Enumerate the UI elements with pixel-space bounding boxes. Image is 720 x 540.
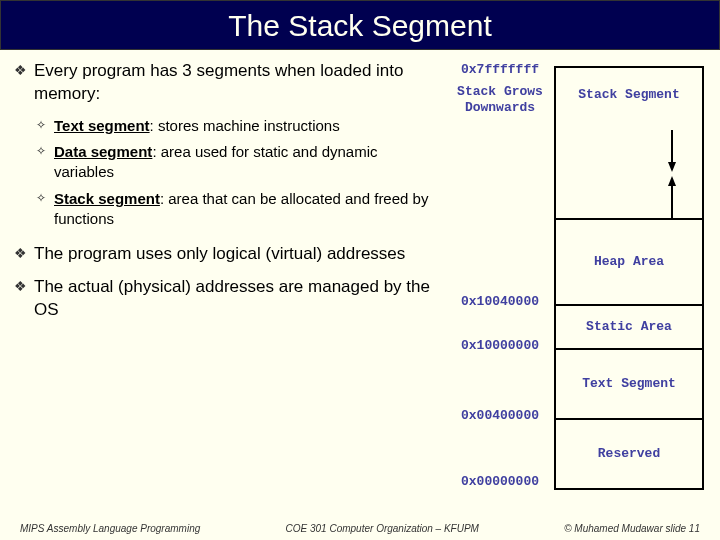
- slide-title: The Stack Segment: [0, 0, 720, 50]
- addr-static-top: 0x10000000: [448, 338, 552, 353]
- bullet-physical-addr: The actual (physical) addresses are mana…: [14, 276, 438, 322]
- content-area: Every program has 3 segments when loaded…: [0, 50, 720, 332]
- bullet-stack-segment: Stack segment: area that can be allocate…: [36, 189, 438, 230]
- label-text-segment: Text segment: [54, 117, 150, 134]
- seg-heap: Heap Area: [556, 218, 702, 304]
- label-stack-segment: Stack segment: [54, 190, 160, 207]
- slide-footer: MIPS Assembly Language Programming COE 3…: [0, 523, 720, 534]
- label-data-segment: Data segment: [54, 143, 152, 160]
- footer-center: COE 301 Computer Organization – KFUPM: [286, 523, 479, 534]
- bullet-data-segment: Data segment: area used for static and d…: [36, 142, 438, 183]
- seg-static: Static Area: [556, 304, 702, 348]
- seg-text: Text Segment: [556, 348, 702, 418]
- text-column: Every program has 3 segments when loaded…: [14, 60, 438, 332]
- footer-left: MIPS Assembly Language Programming: [20, 523, 200, 534]
- seg-reserved: Reserved: [556, 418, 702, 488]
- addr-top: 0x7fffffff: [448, 62, 552, 77]
- bullet-logical-addr: The program uses only logical (virtual) …: [14, 243, 438, 266]
- bullet-segments-intro: Every program has 3 segments when loaded…: [14, 60, 438, 106]
- addr-text-top: 0x00400000: [448, 408, 552, 423]
- stack-grows-label: Stack Grows Downwards: [448, 84, 552, 115]
- memory-diagram: 0x7fffffff Stack Grows Downwards 0x10040…: [448, 60, 706, 332]
- stack-arrow-down-icon: [668, 162, 676, 172]
- memory-box: Stack Segment Heap Area Static Area Text…: [554, 66, 704, 490]
- bullet-text-segment: Text segment: stores machine instruction…: [36, 116, 438, 136]
- seg-stack: Stack Segment: [556, 68, 702, 122]
- addr-bottom: 0x00000000: [448, 474, 552, 489]
- footer-right: © Muhamed Mudawar slide 11: [564, 523, 700, 534]
- addr-heap-top: 0x10040000: [448, 294, 552, 309]
- heap-arrow-up-icon: [668, 176, 676, 186]
